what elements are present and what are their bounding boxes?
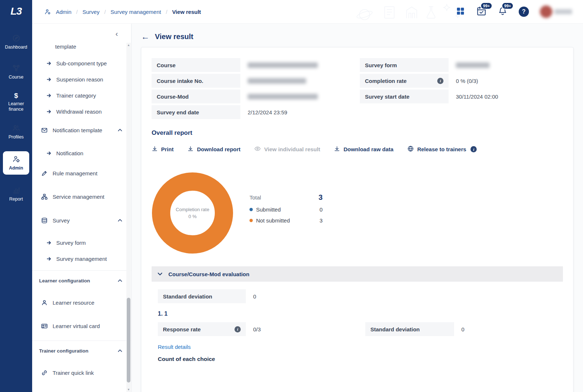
notifications-button[interactable]: 99+ [498, 6, 508, 18]
print-button[interactable]: Print [152, 146, 174, 153]
download-report-button[interactable]: Download report [187, 146, 240, 153]
sidebar-item-survey-management[interactable]: Survey management [32, 251, 131, 267]
info-icon[interactable]: i [235, 326, 241, 332]
arrow-right-icon [46, 93, 52, 98]
back-arrow-icon[interactable]: ← [141, 33, 149, 41]
standard-deviation2-value: 0 [461, 322, 563, 336]
survey-form-value [456, 58, 563, 72]
chevron-up-icon [118, 349, 122, 353]
sidebar-item-trainer-category[interactable]: Trainer category [32, 87, 131, 103]
sidebar-item-learner-virtual-card[interactable]: Learner virtual card [32, 316, 131, 336]
avatar-image [540, 5, 552, 18]
breadcrumb-survey[interactable]: Survey [83, 9, 100, 15]
course-intake-label: Course intake No. [152, 74, 240, 88]
not-submitted-count: 3 [320, 217, 323, 224]
rail-item-label: Profiles [8, 134, 24, 140]
rail-item-learner-finance[interactable]: $ Learner finance [2, 91, 30, 113]
header-actions: 99+ 99+ ? [456, 5, 574, 19]
sidebar-item-learner-resource[interactable]: Learner resource [32, 292, 131, 313]
apps-grid-button[interactable] [456, 6, 465, 18]
user-avatar[interactable] [540, 5, 574, 19]
download-icon [187, 146, 194, 153]
survey-end-value: 2/12/2024 23:59 [248, 105, 353, 119]
arrow-right-icon [46, 77, 52, 82]
scrollbar-thumb[interactable] [127, 298, 130, 383]
rail-item-admin[interactable]: Admin [3, 151, 29, 175]
standard-deviation-label: Standard deviation [158, 289, 246, 303]
rail-item-dashboard[interactable]: Dashboard [2, 31, 30, 53]
sidebar-item-trainer-quick-link[interactable]: Trainer quick link [32, 362, 131, 383]
redacted-value [456, 62, 489, 68]
sidebar-item-rule-management[interactable]: Rule management [32, 163, 131, 183]
admin-sidebar: ‹ template Sub-component type Suspension… [32, 24, 132, 392]
scroll-down-arrow[interactable]: ▼ [126, 387, 131, 392]
primary-nav-rail: L3 Dashboard Course $ Learner finance Pr… [0, 0, 32, 392]
tasks-badge: 99+ [480, 2, 492, 9]
top-header: Admin / Survey / Survey management / Vie… [32, 0, 583, 24]
scroll-up-arrow[interactable]: ▲ [126, 43, 131, 47]
rule-pen-icon [41, 170, 47, 176]
globe-icon [407, 145, 414, 153]
legend-submitted-row: Submitted 0 [249, 206, 323, 213]
completion-rate-label: Completion rate i [360, 74, 449, 88]
overall-report-title: Overall report [152, 129, 563, 137]
download-icon [334, 146, 340, 153]
page-title: View result [155, 33, 193, 41]
person-icon [41, 300, 47, 306]
download-raw-data-button[interactable]: Download raw data [334, 146, 393, 153]
sidebar-section-learner-configuration[interactable]: Learner configuration [32, 270, 131, 291]
chevron-up-icon [118, 278, 122, 283]
completion-donut-chart: Completion rate 0 % [152, 172, 233, 254]
standard-deviation-value: 0 [253, 289, 358, 303]
sidebar-item-sub-component-type[interactable]: Sub-component type [32, 55, 131, 71]
sidebar-item-template-partial[interactable]: template [32, 43, 131, 55]
rail-item-label: Report [9, 197, 23, 202]
sidebar-item-notification[interactable]: Notification [32, 145, 131, 161]
breadcrumb-separator: / [76, 9, 78, 15]
tasks-button[interactable]: 99+ [476, 6, 487, 18]
arrow-right-icon [46, 256, 52, 262]
survey-start-value: 30/11/2024 02:00 [456, 90, 563, 103]
release-to-trainers-button[interactable]: Release to trainers i [407, 145, 477, 153]
breadcrumb-survey-management[interactable]: Survey management [111, 9, 161, 15]
sidebar-item-survey[interactable]: Survey [32, 210, 131, 231]
breadcrumb-admin[interactable]: Admin [56, 9, 72, 15]
survey-form-label: Survey form [360, 58, 449, 72]
survey-end-label: Survey end date [152, 105, 240, 119]
evaluation-summary-grid: Standard deviation 0 [158, 289, 563, 303]
rail-item-label: Dashboard [5, 45, 27, 50]
id-card-icon [41, 323, 47, 329]
arrow-right-icon [46, 151, 52, 156]
rail-item-course[interactable]: Course [2, 61, 30, 83]
report-actions: Print Download report View individual re… [152, 145, 563, 153]
sidebar-item-notification-template[interactable]: Notification template [32, 119, 131, 141]
sidebar-collapse-row: ‹ [32, 24, 131, 43]
evaluation-section-header[interactable]: Course/Course-Mod evaluation [152, 266, 563, 282]
completion-rate-value: 0 % (0/3) [456, 74, 563, 88]
app-window: L3 Dashboard Course $ Learner finance Pr… [0, 0, 583, 392]
rail-item-profiles[interactable]: Profiles [2, 121, 30, 142]
sidebar-scrollbar: ▲ ▼ [126, 43, 131, 392]
sidebar-item-service-management[interactable]: Service management [32, 186, 131, 207]
sidebar-item-suspension-reason[interactable]: Suspension reason [32, 71, 131, 87]
result-details-link[interactable]: Result details [158, 344, 191, 350]
course-mod-label: Course-Mod [152, 90, 240, 103]
evaluation-body: Standard deviation 0 1. 1 Response rate … [152, 289, 563, 362]
page-title-row: ← View result [141, 33, 574, 41]
chevron-up-icon [118, 128, 122, 133]
app-logo[interactable]: L3 [11, 0, 22, 23]
main-content: ← View result Course Survey form Course … [132, 24, 583, 392]
sidebar-section-trainer-configuration[interactable]: Trainer configuration [32, 340, 131, 361]
admin-user-icon [44, 8, 51, 15]
eye-icon [254, 145, 261, 153]
breadcrumb: Admin / Survey / Survey management / Vie… [44, 8, 201, 15]
sidebar-item-survey-form[interactable]: Survey form [32, 235, 131, 251]
info-icon[interactable]: i [470, 146, 477, 152]
legend-not-submitted-row: Not submitted 3 [249, 217, 323, 224]
collapse-sidebar-icon[interactable]: ‹ [115, 30, 118, 37]
help-button[interactable]: ? [519, 7, 529, 17]
profiles-icon [12, 124, 20, 132]
info-icon[interactable]: i [437, 78, 443, 84]
sidebar-item-withdrawal-reason[interactable]: Withdrawal reason [32, 103, 131, 119]
rail-item-report[interactable]: Report [2, 183, 30, 205]
